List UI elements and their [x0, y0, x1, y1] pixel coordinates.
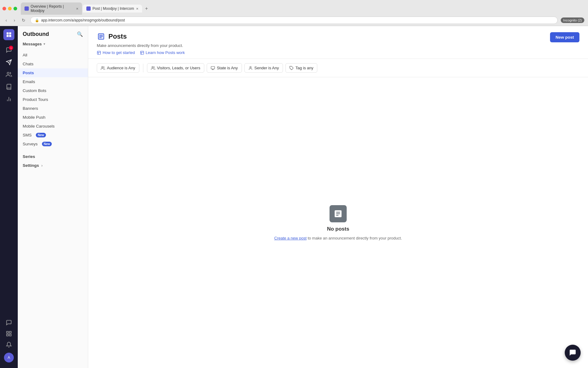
tab-1-close[interactable]: ✕ — [76, 7, 78, 10]
surveys-new-badge: New — [42, 142, 52, 146]
page-title: Posts — [108, 33, 127, 40]
svg-rect-11 — [9, 332, 11, 333]
filter-separator-1 — [143, 64, 143, 72]
sidebar-item-mobile-push-label: Mobile Push — [23, 115, 45, 120]
svg-rect-27 — [211, 66, 215, 69]
user-avatar[interactable]: A — [4, 353, 14, 362]
tab-1-label: Overview | Reports | Moodjoy — [31, 4, 74, 13]
sender-filter[interactable]: Sender is Any — [244, 63, 283, 73]
back-button[interactable]: ‹ — [4, 17, 9, 23]
sender-filter-label: Sender is Any — [254, 66, 279, 70]
incognito-label: Incognito (2) — [563, 18, 582, 22]
rail-badge: 1 — [9, 46, 13, 50]
tab-1[interactable]: Overview | Reports | Moodjoy ✕ — [21, 2, 82, 15]
svg-rect-2 — [7, 35, 9, 37]
sidebar-item-product-tours-label: Product Tours — [23, 97, 48, 102]
app-logo[interactable] — [3, 29, 14, 40]
new-post-button[interactable]: New post — [550, 32, 579, 42]
sidebar-item-custom-bots[interactable]: Custom Bots — [18, 86, 88, 95]
empty-description: Create a new post to make an announcemen… — [274, 236, 402, 240]
svg-rect-1 — [9, 33, 11, 35]
window-controls — [2, 7, 17, 10]
forward-button[interactable]: › — [12, 17, 17, 23]
sidebar-title: Outbound — [23, 31, 49, 37]
tag-filter[interactable]: Tag is any — [285, 63, 318, 73]
sidebar-item-posts[interactable]: Posts — [18, 68, 88, 77]
svg-rect-10 — [7, 332, 9, 333]
sidebar: Outbound 🔍 Messages ▾ All Chats Posts Em… — [18, 26, 88, 368]
sidebar-item-banners[interactable]: Banners — [18, 104, 88, 113]
learn-posts-link[interactable]: Learn how Posts work — [140, 50, 185, 55]
sidebar-item-mobile-push[interactable]: Mobile Push — [18, 113, 88, 122]
search-button[interactable]: 🔍 — [77, 31, 83, 37]
sidebar-item-banners-label: Banners — [23, 106, 38, 111]
get-started-link[interactable]: How to get started — [97, 50, 135, 55]
new-tab-button[interactable]: + — [143, 5, 150, 13]
audience-filter[interactable]: Audience is Any — [97, 63, 139, 73]
sidebar-item-mobile-carousels-label: Mobile Carousels — [23, 124, 55, 128]
browser-chrome: Overview | Reports | Moodjoy ✕ Post | Mo… — [0, 0, 588, 26]
filter-bar: Audience is Any Visitors, Leads, or User… — [88, 59, 588, 77]
rail-reports-icon[interactable] — [3, 94, 14, 105]
sidebar-item-all[interactable]: All — [18, 51, 88, 59]
url-text: app.intercom.com/a/apps/nnsgmgob/outboun… — [41, 18, 125, 22]
sidebar-item-sms[interactable]: SMS New — [18, 131, 88, 140]
maximize-button[interactable] — [13, 7, 17, 10]
sidebar-item-chats[interactable]: Chats — [18, 59, 88, 68]
rail-knowledge-icon[interactable] — [3, 81, 14, 92]
main-header-left: Posts Make announcements directly from y… — [97, 32, 185, 55]
sidebar-item-sms-label: SMS — [23, 133, 32, 137]
tab-1-favicon — [24, 6, 29, 11]
svg-point-26 — [152, 66, 153, 68]
tab-2[interactable]: Post | Moodjoy | Intercom ✕ — [83, 5, 142, 13]
no-posts-icon — [330, 205, 347, 222]
empty-state: No posts Create a new post to make an an… — [88, 77, 588, 368]
page-links: How to get started Learn how Posts work — [97, 50, 185, 55]
url-bar[interactable]: 🔒 app.intercom.com/a/apps/nnsgmgob/outbo… — [30, 17, 558, 24]
rail-outbound-icon[interactable] — [3, 57, 14, 68]
page-description: Make announcements directly from your pr… — [97, 43, 185, 48]
minimize-button[interactable] — [8, 7, 12, 10]
main-content: Posts Make announcements directly from y… — [88, 26, 588, 368]
address-bar: ‹ › ↻ 🔒 app.intercom.com/a/apps/nnsgmgob… — [0, 15, 588, 26]
sidebar-item-product-tours[interactable]: Product Tours — [18, 95, 88, 104]
sidebar-item-all-label: All — [23, 53, 27, 57]
sidebar-link-settings[interactable]: Settings › — [18, 161, 88, 170]
nav-section: All Chats Posts Emails Custom Bots Produ… — [18, 48, 88, 151]
empty-desc-suffix: to make an announcement directly from yo… — [307, 236, 402, 240]
sidebar-item-emails-label: Emails — [23, 79, 35, 84]
rail-widgets-icon[interactable] — [3, 328, 14, 339]
rail-messages-icon[interactable]: 1 — [3, 44, 14, 56]
sidebar-item-chats-label: Chats — [23, 62, 33, 66]
page-title-row: Posts — [97, 32, 185, 41]
sidebar-item-mobile-carousels[interactable]: Mobile Carousels — [18, 122, 88, 131]
app-layout: 1 A Outbound 🔍 — [0, 26, 588, 368]
visitors-filter[interactable]: Visitors, Leads, or Users — [147, 63, 204, 73]
messages-menu-item[interactable]: Messages ▾ — [18, 40, 88, 48]
visitors-filter-label: Visitors, Leads, or Users — [157, 66, 200, 70]
empty-title: No posts — [327, 226, 349, 232]
rail-notifications-icon[interactable] — [3, 339, 14, 350]
sidebar-link-series[interactable]: Series — [18, 152, 88, 161]
sidebar-item-surveys[interactable]: Surveys New — [18, 140, 88, 148]
reload-button[interactable]: ↻ — [20, 17, 27, 23]
sidebar-item-posts-label: Posts — [23, 71, 34, 75]
tab-2-close[interactable]: ✕ — [136, 7, 138, 10]
rail-users-icon[interactable] — [3, 69, 14, 80]
state-filter[interactable]: State is Any — [207, 63, 242, 73]
close-button[interactable] — [2, 7, 6, 10]
posts-icon — [97, 32, 105, 41]
svg-rect-22 — [140, 51, 144, 54]
tab-bar: Overview | Reports | Moodjoy ✕ Post | Mo… — [0, 0, 588, 15]
series-label: Series — [23, 154, 35, 159]
sidebar-item-emails[interactable]: Emails — [18, 77, 88, 86]
create-new-post-link[interactable]: Create a new post — [274, 236, 307, 240]
audience-filter-label: Audience is Any — [107, 66, 135, 70]
svg-rect-3 — [9, 35, 11, 37]
state-filter-label: State is Any — [217, 66, 238, 70]
rail-chat-icon[interactable] — [3, 317, 14, 328]
chat-widget[interactable] — [565, 345, 581, 361]
messages-label: Messages — [23, 42, 42, 46]
chevron-down-icon: ▾ — [43, 42, 45, 46]
sidebar-item-surveys-label: Surveys — [23, 142, 38, 146]
